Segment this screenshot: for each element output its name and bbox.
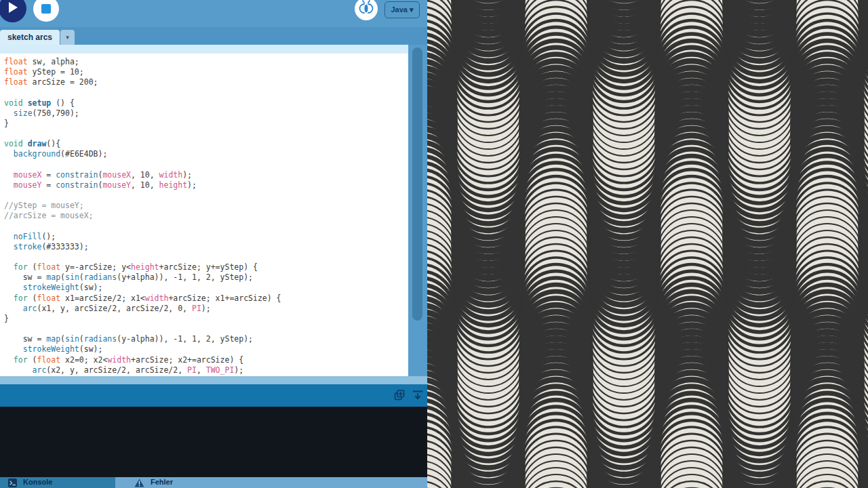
- code-line: stroke(#333333);: [4, 242, 281, 252]
- mode-selector-button[interactable]: Java ▾: [384, 1, 420, 18]
- sketch-canvas[interactable]: [427, 0, 868, 488]
- code-line: }: [4, 119, 281, 129]
- mode-label: Java: [391, 5, 407, 14]
- code-line: background(#E6E4DB);: [4, 149, 281, 159]
- tab-menu-button[interactable]: ▾: [60, 30, 75, 45]
- code-line: arc(x1, y, arcSize/2, arcSize/2, 0, PI);: [4, 304, 281, 314]
- processing-ide: Java ▾ sketch arcs ▾ float sw, alpha;flo…: [0, 0, 427, 488]
- code-line: //yStep = mouseY;: [4, 201, 281, 211]
- run-button[interactable]: [0, 0, 26, 22]
- code-line: for (float x2=0; x2<width+arcSize; x2+=a…: [4, 355, 281, 365]
- copy-icon[interactable]: [393, 388, 406, 405]
- editor-scrollbar-thumb[interactable]: [412, 47, 422, 321]
- tab-sketch-arcs[interactable]: sketch arcs: [0, 30, 60, 45]
- konsole-label: Konsole: [23, 478, 52, 486]
- stop-button[interactable]: [33, 0, 59, 22]
- editor-console-divider[interactable]: [0, 376, 427, 384]
- code-line: size(750,790);: [4, 108, 281, 119]
- debug-button[interactable]: [355, 0, 378, 20]
- code-line: mouseX = constrain(mouseX, 10, width);: [4, 170, 281, 180]
- code-line: [4, 129, 281, 139]
- code-line: }: [4, 314, 281, 324]
- sketch-output-window[interactable]: [427, 0, 868, 488]
- clear-console-icon[interactable]: [411, 388, 425, 405]
- editor-scrollbar-track[interactable]: [408, 45, 427, 376]
- code-line: [4, 160, 281, 170]
- stop-icon: [41, 4, 51, 14]
- code-line: sw = map(sin(radians(y+alpha)), -1, 1, 2…: [4, 272, 281, 283]
- code-line: [4, 324, 281, 334]
- code-line: noFill();: [4, 232, 281, 242]
- code-line: strokeWeight(sw);: [4, 283, 281, 293]
- play-icon: [9, 2, 18, 13]
- code-line: float arcSize = 200;: [4, 77, 281, 87]
- console-tab-bar: Konsole Fehler: [0, 477, 427, 488]
- code-line: [4, 252, 281, 262]
- code-line: for (float x1=arcSize/2; x1<width+arcSiz…: [4, 293, 281, 304]
- code-line: strokeWeight(sw);: [4, 344, 281, 354]
- code-line: mouseY = constrain(mouseY, 10, height);: [4, 180, 281, 190]
- tab-fehler[interactable]: Fehler: [115, 477, 237, 488]
- chevron-down-icon: ▾: [410, 5, 414, 14]
- code-line: [4, 190, 281, 201]
- code-line: [4, 222, 281, 232]
- code-line: arc(x2, y, arcSize/2, arcSize/2, PI, TWO…: [4, 365, 281, 375]
- code-line: sw = map(sin(radians(y-alpha)), -1, 1, 2…: [4, 334, 281, 344]
- code-text[interactable]: float sw, alpha;float yStep = 10;float a…: [4, 57, 281, 375]
- current-line-highlight: [0, 45, 408, 54]
- code-line: for (float y=-arcSize; y<height+arcSize;…: [4, 262, 281, 272]
- console-output: [0, 407, 427, 477]
- console-header-bar: [0, 384, 427, 407]
- code-line: void draw(){: [4, 139, 281, 149]
- warning-triangle-icon: [134, 479, 144, 487]
- code-line: void setup () {: [4, 98, 281, 108]
- code-editor[interactable]: float sw, alpha;float yStep = 10;float a…: [0, 45, 408, 376]
- toolbar: Java ▾: [0, 0, 427, 27]
- console-prompt-icon: [8, 479, 17, 487]
- bug-icon: [355, 0, 378, 20]
- code-line: float sw, alpha;: [4, 57, 281, 67]
- code-line: //arcSize = mouseX;: [4, 211, 281, 221]
- code-line: [4, 87, 281, 98]
- code-line: float yStep = 10;: [4, 67, 281, 77]
- editor-tab-bar: sketch arcs ▾: [0, 27, 427, 45]
- tab-konsole[interactable]: Konsole: [0, 477, 115, 488]
- fehler-label: Fehler: [151, 478, 173, 486]
